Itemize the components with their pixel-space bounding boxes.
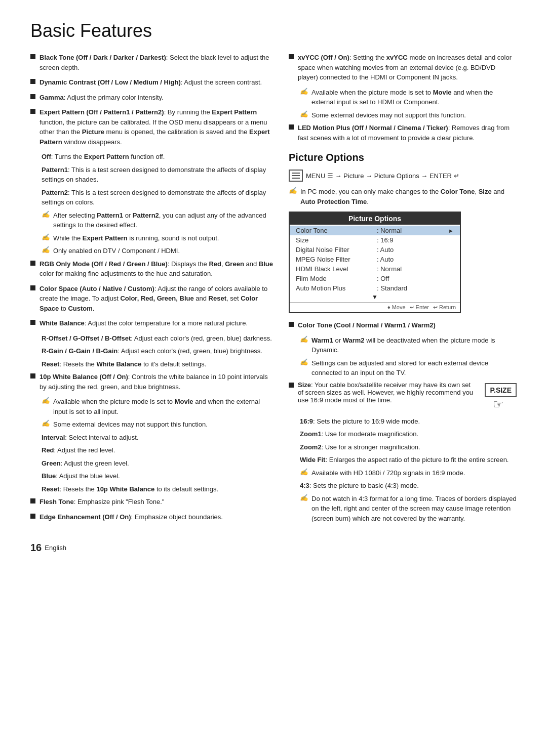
bullet-desc: : Emphasize pink "Flesh Tone." [74,498,165,506]
10p-note-2: ✍ Some external devices may not support … [42,419,274,430]
table-footer: ♦ Move ↵ Enter ↩ Return [290,302,460,312]
bullet-text: Color Tone (Cool / Normal / Warm1 / Warm… [298,320,436,330]
bullet-square [30,498,35,503]
bullet-desc: : Adjust the primary color intensity. [64,94,164,101]
row-label: HDMI Black Level [296,265,377,273]
bullet-desc: : Emphasize object boundaries. [131,513,223,521]
bullet-gamma: Gamma: Adjust the primary color intensit… [30,93,274,103]
bullet-text: White Balance: Adjust the color temperat… [40,318,248,328]
bullet-desc: : Adjust the screen contrast. [181,78,262,86]
bullet-square [30,285,35,290]
bullet-label: Color Space (Auto / Native / Custom) [40,285,154,292]
size-4-3: 4:3: Sets the picture to basic (4:3) mod… [300,481,517,491]
bullet-text: Gamma: Adjust the primary color intensit… [40,93,164,103]
footer-move: ♦ Move [387,304,406,311]
row-label: Size [296,236,377,244]
row-value: : Normal [377,265,454,273]
bullet-square [30,373,35,379]
note-icon: ✍ [300,468,309,476]
row-label: MPEG Noise Filter [296,256,377,263]
footer-enter: ↵ Enter [410,304,429,311]
bullet-square [289,54,294,59]
bullet-square [30,79,35,84]
expert-note-2: ✍ While the Expert Pattern is running, s… [42,233,274,243]
svg-rect-1 [292,175,300,176]
note-icon: ✍ [42,246,51,254]
expert-note-3: ✍ Only enabled on DTV / Component / HDMI… [42,246,274,256]
note-text: Do not watch in 4:3 format for a long ti… [311,494,517,524]
note-icon: ✍ [300,110,309,118]
note-text: While the Expert Pattern is running, sou… [53,233,219,243]
note-text: Some external devices may not support th… [311,110,466,120]
xvycc-note-2: ✍ Some external devices may not support … [300,110,517,120]
bullet-label: Color Tone (Cool / Normal / Warm1 / Warm… [298,321,436,329]
table-row: Film Mode : Off [290,274,460,283]
expert-off: Off: Turns the Expert Pattern function o… [42,152,274,162]
bullet-label: Flesh Tone [40,498,74,506]
note-text: Available when the picture mode is set t… [53,397,274,416]
10p-blue: Blue: Adjust the blue level. [42,471,274,481]
bullet-rgb-mode: RGB Only Mode (Off / Red / Green / Blue)… [30,259,274,279]
bullet-10p-wb: 10p White Balance (Off / On): Controls t… [30,372,274,392]
row-value: : Standard [377,284,454,292]
bullet-text: LED Motion Plus (Off / Normal / Cinema /… [298,123,517,143]
settings-note: ✍ Settings can be adjusted and stored fo… [300,358,517,378]
xvycc-note-1: ✍ Available when the picture mode is set… [300,88,517,107]
expert-pattern1: Pattern1: This is a test screen designed… [42,165,274,185]
note-text: Warm1 or Warm2 will be deactivated when … [311,335,517,355]
left-column: Black Tone (Off / Dark / Darker / Darkes… [30,53,274,527]
bullet-square [289,322,294,327]
row-label: Color Tone [296,227,377,234]
table-header: Picture Options [290,213,460,225]
table-row: Digital Noise Filter : Auto [290,245,460,255]
note-icon: ✍ [300,88,309,95]
bullet-label: Black Tone (Off / Dark / Darker / Darkes… [40,54,166,61]
bullet-text: Size: Your cable box/satellite receiver … [298,381,475,404]
picture-options-title: Picture Options [289,152,517,163]
svg-rect-2 [292,178,300,179]
note-icon: ✍ [42,419,51,427]
10p-reset: Reset: Resets the 10p White Balance to i… [42,484,274,494]
footer-return: ↩ Return [433,304,456,311]
4-3-note: ✍ Do not watch in 4:3 format for a long … [300,494,517,524]
bullet-label: Size [298,381,311,389]
note-icon: ✍ [300,494,309,501]
table-row: HDMI Black Level : Normal [290,264,460,274]
bullet-label: White Balance [40,319,85,327]
note-icon: ✍ [42,211,51,218]
bullet-label: Expert Pattern (Off / Pattern1 / Pattern… [40,108,164,116]
note-text: In PC mode, you can only make changes to… [300,187,517,206]
bullet-color-tone: Color Tone (Cool / Normal / Warm1 / Warm… [289,320,517,330]
bullet-black-tone: Black Tone (Off / Dark / Darker / Darkes… [30,53,274,72]
note-text: Available with HD 1080i / 720p signals i… [311,468,465,478]
note-text: Settings can be adjusted and stored for … [311,358,517,378]
picture-options-table: Picture Options Color Tone : Normal ► Si… [289,212,461,313]
size-16-9: 16:9: Sets the picture to 16:9 wide mode… [300,416,517,427]
bullet-desc: : Adjust the color temperature for a mor… [85,319,248,327]
wide-fit-note: ✍ Available with HD 1080i / 720p signals… [300,468,517,478]
page-number: 16 [30,542,42,554]
bullet-text: xvYCC (Off / On): Setting the xvYCC mode… [298,53,517,82]
right-column: xvYCC (Off / On): Setting the xvYCC mode… [289,53,517,527]
bullet-white-balance: White Balance: Adjust the color temperat… [30,318,274,328]
10p-interval: Interval: Select interval to adjust. [42,433,274,443]
picture-options-section: Picture Options MENU ☰ → Picture → Pictu… [289,152,517,523]
bullet-label: LED Motion Plus (Off / Normal / Cinema /… [298,124,448,132]
bullet-text: Black Tone (Off / Dark / Darker / Darkes… [40,53,274,72]
bullet-label: xvYCC (Off / On) [298,54,349,61]
table-row: Auto Motion Plus : Standard [290,283,460,293]
wb-reset: Reset: Resets the White Balance to it's … [42,359,274,369]
svg-rect-0 [292,173,300,174]
bullet-square [30,514,35,519]
menu-path: MENU ☰ → Picture → Picture Options → ENT… [289,170,517,182]
color-tone-note: ✍ Warm1 or Warm2 will be deactivated whe… [300,335,517,355]
bullet-square [30,261,35,266]
table-row: Color Tone : Normal ► [290,226,460,235]
bullet-square [30,109,35,114]
psize-badge: P.SIZE [485,383,517,397]
note-text: Some external devices may not support th… [53,419,208,430]
bullet-flesh-tone: Flesh Tone: Emphasize pink "Flesh Tone." [30,497,274,507]
row-arrow: ► [448,228,454,234]
psize-badge-wrapper: P.SIZE ☞ [480,381,517,411]
note-icon: ✍ [42,233,51,241]
